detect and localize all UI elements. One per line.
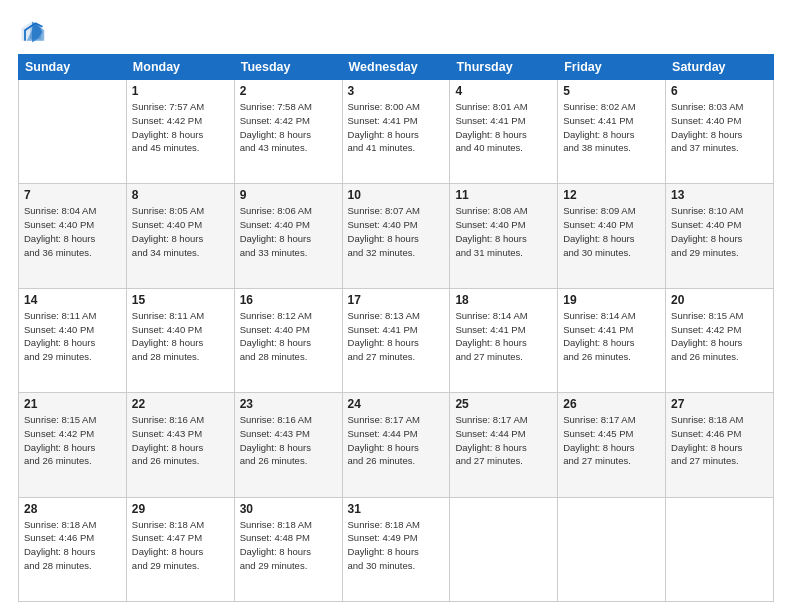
calendar-cell: 22Sunrise: 8:16 AMSunset: 4:43 PMDayligh… [126,393,234,497]
calendar-cell: 7Sunrise: 8:04 AMSunset: 4:40 PMDaylight… [19,184,127,288]
day-info: Sunrise: 8:18 AMSunset: 4:46 PMDaylight:… [24,518,121,573]
day-info: Sunrise: 8:04 AMSunset: 4:40 PMDaylight:… [24,204,121,259]
calendar-cell: 27Sunrise: 8:18 AMSunset: 4:46 PMDayligh… [666,393,774,497]
day-info: Sunrise: 8:15 AMSunset: 4:42 PMDaylight:… [671,309,768,364]
calendar-cell: 26Sunrise: 8:17 AMSunset: 4:45 PMDayligh… [558,393,666,497]
day-info: Sunrise: 8:08 AMSunset: 4:40 PMDaylight:… [455,204,552,259]
week-row-3: 14Sunrise: 8:11 AMSunset: 4:40 PMDayligh… [19,288,774,392]
calendar-cell: 25Sunrise: 8:17 AMSunset: 4:44 PMDayligh… [450,393,558,497]
calendar-cell: 30Sunrise: 8:18 AMSunset: 4:48 PMDayligh… [234,497,342,601]
calendar-cell: 31Sunrise: 8:18 AMSunset: 4:49 PMDayligh… [342,497,450,601]
day-info: Sunrise: 8:07 AMSunset: 4:40 PMDaylight:… [348,204,445,259]
page: SundayMondayTuesdayWednesdayThursdayFrid… [0,0,792,612]
day-info: Sunrise: 8:14 AMSunset: 4:41 PMDaylight:… [563,309,660,364]
day-info: Sunrise: 7:57 AMSunset: 4:42 PMDaylight:… [132,100,229,155]
calendar-cell: 19Sunrise: 8:14 AMSunset: 4:41 PMDayligh… [558,288,666,392]
day-number: 16 [240,293,337,307]
weekday-header-sunday: Sunday [19,55,127,80]
calendar-cell: 8Sunrise: 8:05 AMSunset: 4:40 PMDaylight… [126,184,234,288]
day-number: 19 [563,293,660,307]
logo [18,18,49,46]
day-number: 9 [240,188,337,202]
calendar-cell: 1Sunrise: 7:57 AMSunset: 4:42 PMDaylight… [126,80,234,184]
day-number: 5 [563,84,660,98]
calendar-cell: 3Sunrise: 8:00 AMSunset: 4:41 PMDaylight… [342,80,450,184]
day-number: 23 [240,397,337,411]
day-number: 13 [671,188,768,202]
calendar-cell: 6Sunrise: 8:03 AMSunset: 4:40 PMDaylight… [666,80,774,184]
calendar-cell: 10Sunrise: 8:07 AMSunset: 4:40 PMDayligh… [342,184,450,288]
day-info: Sunrise: 8:06 AMSunset: 4:40 PMDaylight:… [240,204,337,259]
week-row-1: 1Sunrise: 7:57 AMSunset: 4:42 PMDaylight… [19,80,774,184]
weekday-header-thursday: Thursday [450,55,558,80]
day-number: 7 [24,188,121,202]
day-number: 24 [348,397,445,411]
day-number: 17 [348,293,445,307]
day-number: 25 [455,397,552,411]
day-number: 11 [455,188,552,202]
day-number: 1 [132,84,229,98]
day-number: 3 [348,84,445,98]
day-info: Sunrise: 8:13 AMSunset: 4:41 PMDaylight:… [348,309,445,364]
calendar-cell: 20Sunrise: 8:15 AMSunset: 4:42 PMDayligh… [666,288,774,392]
day-number: 27 [671,397,768,411]
day-info: Sunrise: 8:18 AMSunset: 4:48 PMDaylight:… [240,518,337,573]
day-number: 26 [563,397,660,411]
calendar-cell: 29Sunrise: 8:18 AMSunset: 4:47 PMDayligh… [126,497,234,601]
week-row-2: 7Sunrise: 8:04 AMSunset: 4:40 PMDaylight… [19,184,774,288]
calendar-cell: 16Sunrise: 8:12 AMSunset: 4:40 PMDayligh… [234,288,342,392]
calendar-cell: 24Sunrise: 8:17 AMSunset: 4:44 PMDayligh… [342,393,450,497]
calendar-cell: 2Sunrise: 7:58 AMSunset: 4:42 PMDaylight… [234,80,342,184]
day-number: 10 [348,188,445,202]
calendar-cell: 21Sunrise: 8:15 AMSunset: 4:42 PMDayligh… [19,393,127,497]
logo-icon [18,18,46,46]
day-number: 21 [24,397,121,411]
day-number: 12 [563,188,660,202]
calendar-cell [666,497,774,601]
day-info: Sunrise: 8:01 AMSunset: 4:41 PMDaylight:… [455,100,552,155]
day-info: Sunrise: 8:17 AMSunset: 4:44 PMDaylight:… [455,413,552,468]
calendar-cell [19,80,127,184]
calendar-cell [558,497,666,601]
calendar-table: SundayMondayTuesdayWednesdayThursdayFrid… [18,54,774,602]
day-number: 2 [240,84,337,98]
weekday-header-monday: Monday [126,55,234,80]
day-info: Sunrise: 8:02 AMSunset: 4:41 PMDaylight:… [563,100,660,155]
day-number: 4 [455,84,552,98]
day-info: Sunrise: 8:03 AMSunset: 4:40 PMDaylight:… [671,100,768,155]
calendar-cell: 23Sunrise: 8:16 AMSunset: 4:43 PMDayligh… [234,393,342,497]
calendar-cell: 15Sunrise: 8:11 AMSunset: 4:40 PMDayligh… [126,288,234,392]
day-number: 6 [671,84,768,98]
day-info: Sunrise: 8:11 AMSunset: 4:40 PMDaylight:… [24,309,121,364]
day-info: Sunrise: 8:17 AMSunset: 4:45 PMDaylight:… [563,413,660,468]
calendar-cell: 14Sunrise: 8:11 AMSunset: 4:40 PMDayligh… [19,288,127,392]
day-info: Sunrise: 8:11 AMSunset: 4:40 PMDaylight:… [132,309,229,364]
calendar-cell: 28Sunrise: 8:18 AMSunset: 4:46 PMDayligh… [19,497,127,601]
day-number: 30 [240,502,337,516]
week-row-5: 28Sunrise: 8:18 AMSunset: 4:46 PMDayligh… [19,497,774,601]
weekday-header-row: SundayMondayTuesdayWednesdayThursdayFrid… [19,55,774,80]
calendar-cell: 17Sunrise: 8:13 AMSunset: 4:41 PMDayligh… [342,288,450,392]
day-number: 15 [132,293,229,307]
day-number: 14 [24,293,121,307]
day-number: 31 [348,502,445,516]
day-number: 8 [132,188,229,202]
day-number: 29 [132,502,229,516]
calendar-cell [450,497,558,601]
calendar-cell: 18Sunrise: 8:14 AMSunset: 4:41 PMDayligh… [450,288,558,392]
day-info: Sunrise: 8:15 AMSunset: 4:42 PMDaylight:… [24,413,121,468]
weekday-header-tuesday: Tuesday [234,55,342,80]
weekday-header-friday: Friday [558,55,666,80]
day-info: Sunrise: 8:18 AMSunset: 4:46 PMDaylight:… [671,413,768,468]
calendar-cell: 11Sunrise: 8:08 AMSunset: 4:40 PMDayligh… [450,184,558,288]
day-info: Sunrise: 8:10 AMSunset: 4:40 PMDaylight:… [671,204,768,259]
day-info: Sunrise: 8:16 AMSunset: 4:43 PMDaylight:… [132,413,229,468]
week-row-4: 21Sunrise: 8:15 AMSunset: 4:42 PMDayligh… [19,393,774,497]
day-number: 18 [455,293,552,307]
calendar-cell: 5Sunrise: 8:02 AMSunset: 4:41 PMDaylight… [558,80,666,184]
calendar-cell: 12Sunrise: 8:09 AMSunset: 4:40 PMDayligh… [558,184,666,288]
weekday-header-saturday: Saturday [666,55,774,80]
day-number: 22 [132,397,229,411]
day-info: Sunrise: 8:09 AMSunset: 4:40 PMDaylight:… [563,204,660,259]
day-info: Sunrise: 8:16 AMSunset: 4:43 PMDaylight:… [240,413,337,468]
